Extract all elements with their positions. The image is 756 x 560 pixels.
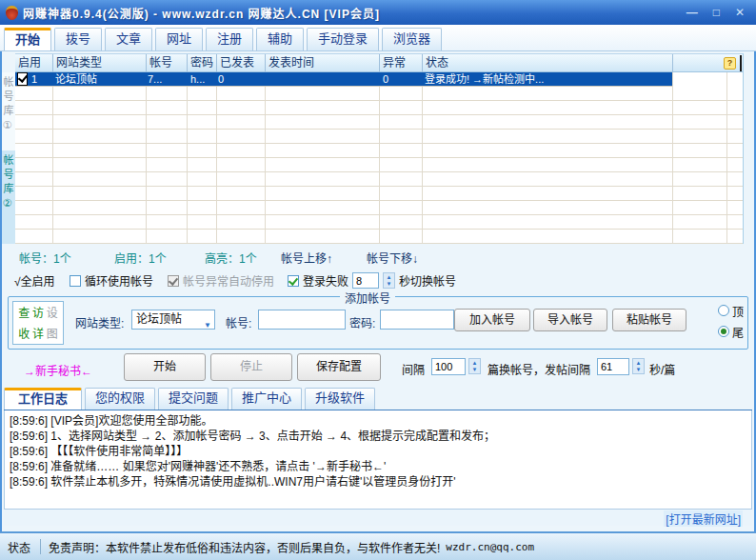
table-row[interactable] (15, 87, 743, 101)
interval-input[interactable] (431, 358, 466, 375)
tab-articles[interactable]: 文章 (105, 28, 152, 50)
close-button[interactable]: ✕ (735, 6, 745, 19)
header-status[interactable]: 状态 (422, 54, 672, 72)
maximize-button[interactable]: □ (713, 6, 720, 19)
spinner-up-icon[interactable]: ▲ (472, 360, 478, 366)
auto-stop-checkbox[interactable] (168, 275, 179, 287)
stat-accounts: 帐号：1个 (19, 250, 71, 266)
row-account: 7... (148, 72, 162, 86)
header-error[interactable]: 异常 (379, 54, 422, 72)
import-account-button[interactable]: 导入帐号 (533, 309, 607, 331)
interval-stepper[interactable]: ▲ ▼ (468, 358, 481, 374)
groupbox-label: 添加帐号 (340, 290, 395, 306)
post-interval-input[interactable] (597, 358, 629, 375)
account-input[interactable] (258, 310, 346, 330)
tab-register[interactable]: 注册 (206, 28, 253, 50)
help-icon[interactable]: ? (724, 57, 736, 70)
table-row[interactable] (15, 130, 743, 144)
interval-suffix-label: 秒/篇 (649, 361, 675, 377)
tab-submit-issue[interactable]: 提交问题 (158, 388, 229, 410)
quick-collect[interactable]: 收 (17, 324, 31, 345)
quick-detail[interactable]: 详 (31, 324, 46, 345)
quick-check[interactable]: 查 (17, 303, 31, 324)
cycle-accounts-checkbox[interactable] (70, 275, 81, 287)
open-latest-url-link[interactable]: [打开最新网址] (664, 510, 743, 527)
status-separator (40, 539, 41, 554)
table-row[interactable] (15, 201, 743, 215)
radio-top[interactable] (718, 305, 729, 316)
spinner-up-icon[interactable]: ▲ (387, 274, 392, 280)
column-resize-indicator (740, 55, 742, 71)
log-line: [8:59:6] 1、选择网站类型 → 2、添加帐号密码 → 3、点击开始 → … (10, 429, 746, 444)
options-row: √全启用 循环使用帐号 帐号异常自动停用 登录失败 ▲ ▼ 秒切换帐号 (0, 272, 756, 290)
tab-dialup[interactable]: 拨号 (54, 28, 102, 50)
quick-tools-panel: 查 访 设 收 详 图 (12, 301, 64, 345)
start-button[interactable]: 开始 (124, 353, 206, 381)
password-input[interactable] (380, 310, 454, 330)
post-interval-stepper[interactable]: ▲ ▼ (632, 358, 645, 374)
header-enabled[interactable]: 启用 (15, 54, 52, 72)
log-line: [8:59:6] 【【【软件使用非常简单】】】 (10, 444, 746, 459)
table-row[interactable] (15, 144, 743, 158)
spinner-down-icon[interactable]: ▼ (636, 367, 642, 372)
tab-permissions[interactable]: 您的权限 (85, 388, 155, 410)
enable-all-toggle[interactable]: √全启用 (14, 272, 55, 289)
account-table-header: 启用 网站类型 帐号 密码 已发表 发表时间 异常 状态 ? (15, 53, 743, 72)
link-row: [打开最新网址] (4, 510, 752, 526)
tab-upgrade-software[interactable]: 升级软件 (305, 388, 375, 410)
row-status: 登录成功! →新帖检测中... (425, 72, 544, 86)
row-enabled-checkbox[interactable] (17, 72, 28, 86)
side-tab-account-library-2[interactable]: 帐号库② (2, 150, 15, 244)
side-tab-account-library-1[interactable]: 帐号库① (2, 72, 15, 150)
table-row[interactable] (15, 158, 743, 172)
add-account-button[interactable]: 加入帐号 (454, 309, 530, 331)
header-site-type[interactable]: 网站类型 (52, 54, 146, 72)
minimize-button[interactable]: — (686, 6, 698, 19)
switch-seconds-stepper[interactable]: ▲ ▼ (383, 272, 395, 289)
header-account[interactable]: 帐号 (146, 54, 187, 72)
login-fail-checkbox[interactable] (288, 275, 299, 287)
account-label: 帐号: (226, 314, 251, 330)
switch-seconds-input[interactable] (352, 272, 379, 289)
spinner-up-icon[interactable]: ▲ (636, 360, 642, 366)
tab-assist[interactable]: 辅助 (256, 28, 304, 50)
table-row-selected[interactable]: 1 论坛顶帖 7... h... 0 0 登录成功! →新帖检测中... (15, 72, 672, 87)
radio-tail-option[interactable]: 尾 (718, 321, 744, 342)
tab-browser[interactable]: 浏览器 (382, 28, 442, 50)
move-account-down-button[interactable]: 帐号下移↓ (367, 250, 418, 266)
table-row[interactable] (15, 115, 743, 130)
stop-button[interactable]: 停止 (210, 353, 292, 381)
app-window: 网赚神器0.9.4(公测版) - www.wzdr.cn 网赚达人.CN [VI… (0, 0, 756, 560)
cycle-accounts-option[interactable]: 循环使用帐号 (70, 272, 153, 289)
site-type-select[interactable]: 论坛顶帖 ▼ (131, 310, 215, 330)
spinner-down-icon[interactable]: ▼ (387, 281, 392, 287)
table-row[interactable] (15, 230, 743, 244)
tab-manual-login[interactable]: 手动登录 (307, 28, 379, 50)
password-label: 密码: (349, 314, 375, 330)
header-publish-time[interactable]: 发表时间 (265, 54, 379, 72)
quick-visit[interactable]: 访 (31, 303, 46, 324)
tab-start[interactable]: 开始 (4, 28, 51, 50)
radio-tail[interactable] (718, 326, 729, 337)
newbie-guide-link[interactable]: →新手秘书← (24, 362, 92, 378)
work-log-panel[interactable]: [8:59:6] [VIP会员]欢迎您使用全部功能。 [8:59:6] 1、选择… (4, 410, 752, 510)
paste-account-button[interactable]: 粘贴帐号 (612, 309, 686, 331)
table-row[interactable] (15, 101, 743, 115)
auto-stop-option[interactable]: 帐号异常自动停用 (168, 272, 274, 289)
table-row[interactable] (15, 187, 743, 201)
tab-work-log[interactable]: 工作日志 (4, 388, 82, 410)
radio-top-option[interactable]: 顶 (718, 300, 744, 321)
move-account-up-button[interactable]: 帐号上移↑ (281, 250, 332, 266)
save-config-button[interactable]: 保存配置 (297, 353, 381, 381)
table-row[interactable] (15, 172, 743, 187)
quick-setup[interactable]: 设 (45, 303, 59, 324)
header-password[interactable]: 密码 (187, 54, 216, 72)
table-row[interactable] (15, 215, 743, 230)
tab-urls[interactable]: 网址 (155, 28, 203, 50)
quick-image[interactable]: 图 (45, 324, 59, 345)
app-icon (6, 6, 18, 20)
spinner-down-icon[interactable]: ▼ (472, 367, 478, 372)
tab-promotion-center[interactable]: 推广中心 (231, 388, 302, 410)
header-published[interactable]: 已发表 (216, 54, 265, 72)
login-fail-option[interactable]: 登录失败 ▲ ▼ 秒切换帐号 (288, 272, 456, 289)
